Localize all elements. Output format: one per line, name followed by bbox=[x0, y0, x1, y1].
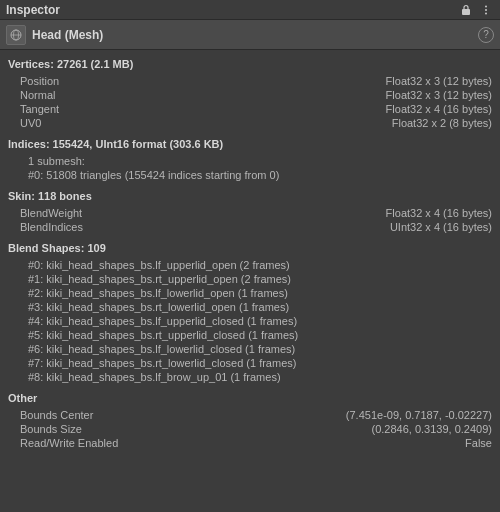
vertices-header: Vertices: 27261 (2.1 MB) bbox=[8, 58, 492, 70]
svg-point-1 bbox=[485, 5, 487, 7]
position-value: Float32 x 3 (12 bytes) bbox=[386, 75, 492, 87]
readwrite-row: Read/Write Enabled False bbox=[8, 436, 492, 450]
uv0-value: Float32 x 2 (8 bytes) bbox=[392, 117, 492, 129]
indices-submesh-header: 1 submesh: bbox=[8, 154, 492, 168]
inspector-content: Vertices: 27261 (2.1 MB) Position Float3… bbox=[0, 50, 500, 512]
bounds-size-value: (0.2846, 0.3139, 0.2409) bbox=[372, 423, 492, 435]
menu-icon[interactable] bbox=[478, 2, 494, 18]
blendweight-label: BlendWeight bbox=[20, 207, 82, 219]
component-header: Head (Mesh) ? bbox=[0, 20, 500, 50]
blend-item-6: #6: kiki_head_shapes_bs.lf_lowerlid_clos… bbox=[8, 342, 492, 356]
bounds-center-row: Bounds Center (7.451e-09, 0.7187, -0.022… bbox=[8, 408, 492, 422]
position-label: Position bbox=[20, 75, 59, 87]
blend-item-2: #2: kiki_head_shapes_bs.lf_lowerlid_open… bbox=[8, 286, 492, 300]
bounds-center-label: Bounds Center bbox=[20, 409, 93, 421]
blend-item-4: #4: kiki_head_shapes_bs.lf_upperlid_clos… bbox=[8, 314, 492, 328]
readwrite-value: False bbox=[465, 437, 492, 449]
svg-point-2 bbox=[485, 9, 487, 11]
tangent-value: Float32 x 4 (16 bytes) bbox=[386, 103, 492, 115]
blend-item-8: #8: kiki_head_shapes_bs.lf_brow_up_01 (1… bbox=[8, 370, 492, 384]
help-button[interactable]: ? bbox=[478, 27, 494, 43]
blend-item-3: #3: kiki_head_shapes_bs.rt_lowerlid_open… bbox=[8, 300, 492, 314]
lock-icon[interactable] bbox=[458, 2, 474, 18]
blendindices-value: UInt32 x 4 (16 bytes) bbox=[390, 221, 492, 233]
normal-value: Float32 x 3 (12 bytes) bbox=[386, 89, 492, 101]
component-title: Head (Mesh) bbox=[32, 28, 472, 42]
normal-label: Normal bbox=[20, 89, 55, 101]
title-bar: Inspector bbox=[0, 0, 500, 20]
title-text: Inspector bbox=[6, 3, 60, 17]
indices-header: Indices: 155424, UInt16 format (303.6 KB… bbox=[8, 138, 492, 150]
blendshapes-header: Blend Shapes: 109 bbox=[8, 242, 492, 254]
indices-submesh-item: #0: 51808 triangles (155424 indices star… bbox=[8, 168, 492, 182]
title-bar-icons bbox=[458, 2, 494, 18]
help-label: ? bbox=[483, 29, 489, 40]
blend-item-1: #1: kiki_head_shapes_bs.rt_upperlid_open… bbox=[8, 272, 492, 286]
tangent-label: Tangent bbox=[20, 103, 59, 115]
blendweight-value: Float32 x 4 (16 bytes) bbox=[386, 207, 492, 219]
other-header: Other bbox=[8, 392, 492, 404]
vertices-tangent-row: Tangent Float32 x 4 (16 bytes) bbox=[8, 102, 492, 116]
svg-point-3 bbox=[485, 12, 487, 14]
vertices-uv0-row: UV0 Float32 x 2 (8 bytes) bbox=[8, 116, 492, 130]
title-bar-left: Inspector bbox=[6, 3, 60, 17]
blendindices-label: BlendIndices bbox=[20, 221, 83, 233]
bounds-center-value: (7.451e-09, 0.7187, -0.02227) bbox=[346, 409, 492, 421]
bounds-size-label: Bounds Size bbox=[20, 423, 82, 435]
vertices-position-row: Position Float32 x 3 (12 bytes) bbox=[8, 74, 492, 88]
blend-item-0: #0: kiki_head_shapes_bs.lf_upperlid_open… bbox=[8, 258, 492, 272]
skin-blendweight-row: BlendWeight Float32 x 4 (16 bytes) bbox=[8, 206, 492, 220]
readwrite-label: Read/Write Enabled bbox=[20, 437, 118, 449]
skin-blendindices-row: BlendIndices UInt32 x 4 (16 bytes) bbox=[8, 220, 492, 234]
blend-item-5: #5: kiki_head_shapes_bs.rt_upperlid_clos… bbox=[8, 328, 492, 342]
skin-header: Skin: 118 bones bbox=[8, 190, 492, 202]
blend-item-7: #7: kiki_head_shapes_bs.rt_lowerlid_clos… bbox=[8, 356, 492, 370]
mesh-icon bbox=[6, 25, 26, 45]
vertices-normal-row: Normal Float32 x 3 (12 bytes) bbox=[8, 88, 492, 102]
bounds-size-row: Bounds Size (0.2846, 0.3139, 0.2409) bbox=[8, 422, 492, 436]
uv0-label: UV0 bbox=[20, 117, 41, 129]
svg-rect-0 bbox=[462, 9, 470, 15]
